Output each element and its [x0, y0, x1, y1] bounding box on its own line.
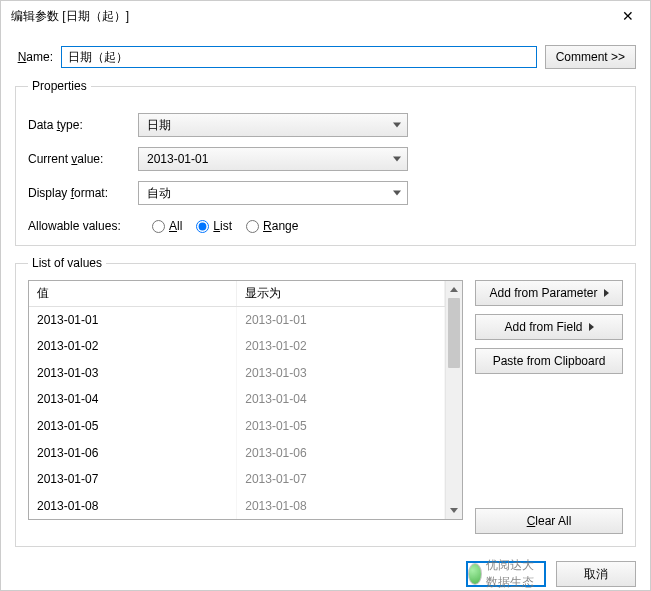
data-type-value: 日期 [147, 117, 171, 134]
radio-all[interactable]: All [152, 219, 182, 233]
cell-value[interactable]: 2013-01-08 [29, 492, 237, 519]
cell-value[interactable]: 2013-01-05 [29, 413, 237, 440]
chevron-down-icon [450, 508, 458, 513]
current-value-label: Current value: [28, 152, 138, 166]
table-row[interactable]: 2013-01-032013-01-03 [29, 360, 445, 387]
cell-display[interactable]: 2013-01-08 [237, 492, 445, 519]
name-input[interactable] [61, 46, 537, 68]
scroll-down-button[interactable] [446, 502, 462, 519]
add-from-parameter-button[interactable]: Add from Parameter [475, 280, 623, 306]
cell-display[interactable]: 2013-01-02 [237, 333, 445, 360]
cell-value[interactable]: 2013-01-01 [29, 307, 237, 334]
add-from-field-button[interactable]: Add from Field [475, 314, 623, 340]
values-table-wrap: 值 显示为 2013-01-012013-01-012013-01-022013… [28, 280, 463, 520]
watermark-avatar-icon [468, 563, 482, 585]
radio-all-input[interactable] [152, 220, 165, 233]
allowable-values-label: Allowable values: [28, 219, 138, 233]
cell-value[interactable]: 2013-01-02 [29, 333, 237, 360]
col-value-header[interactable]: 值 [29, 281, 237, 307]
chevron-right-icon [604, 289, 609, 297]
scroll-thumb[interactable] [448, 298, 460, 368]
current-value-value: 2013-01-01 [147, 152, 208, 166]
chevron-down-icon [393, 157, 401, 162]
cell-display[interactable]: 2013-01-03 [237, 360, 445, 387]
properties-group: Properties Data type: 日期 Current value: … [15, 79, 636, 246]
table-row[interactable]: 2013-01-012013-01-01 [29, 307, 445, 334]
cell-value[interactable]: 2013-01-07 [29, 466, 237, 493]
cell-display[interactable]: 2013-01-05 [237, 413, 445, 440]
col-display-header[interactable]: 显示为 [237, 281, 445, 307]
chevron-down-icon [393, 191, 401, 196]
comment-button[interactable]: Comment >> [545, 45, 636, 69]
name-label: Name: [15, 50, 53, 64]
table-row[interactable]: 2013-01-072013-01-07 [29, 466, 445, 493]
title-bar: 编辑参数 [日期（起）] ✕ [1, 1, 650, 31]
values-table: 值 显示为 2013-01-012013-01-012013-01-022013… [29, 281, 445, 519]
list-of-values-group: List of values 值 显示为 2013-01-012013-01-0… [15, 256, 636, 547]
chevron-right-icon [589, 323, 594, 331]
cell-value[interactable]: 2013-01-06 [29, 439, 237, 466]
ok-button[interactable]: 优阅达大数据生态 [466, 561, 546, 587]
data-type-dropdown[interactable]: 日期 [138, 113, 408, 137]
display-format-value: 自动 [147, 185, 171, 202]
paste-from-clipboard-button[interactable]: Paste from Clipboard [475, 348, 623, 374]
cancel-button[interactable]: 取消 [556, 561, 636, 587]
cell-display[interactable]: 2013-01-01 [237, 307, 445, 334]
cell-value[interactable]: 2013-01-03 [29, 360, 237, 387]
table-scrollbar[interactable] [445, 281, 462, 519]
table-row[interactable]: 2013-01-052013-01-05 [29, 413, 445, 440]
close-icon: ✕ [622, 8, 634, 24]
watermark-text: 优阅达大数据生态 [486, 557, 544, 591]
scroll-track[interactable] [446, 298, 462, 502]
scroll-up-button[interactable] [446, 281, 462, 298]
radio-range[interactable]: Range [246, 219, 298, 233]
chevron-down-icon [393, 123, 401, 128]
cell-display[interactable]: 2013-01-04 [237, 386, 445, 413]
cell-display[interactable]: 2013-01-06 [237, 439, 445, 466]
cell-display[interactable]: 2013-01-07 [237, 466, 445, 493]
window-title: 编辑参数 [日期（起）] [11, 8, 129, 25]
clear-all-button[interactable]: Clear All [475, 508, 623, 534]
radio-list[interactable]: List [196, 219, 232, 233]
chevron-up-icon [450, 287, 458, 292]
properties-legend: Properties [28, 79, 91, 93]
close-button[interactable]: ✕ [605, 1, 650, 31]
current-value-dropdown[interactable]: 2013-01-01 [138, 147, 408, 171]
display-format-label: Display format: [28, 186, 138, 200]
data-type-label: Data type: [28, 118, 138, 132]
watermark: 优阅达大数据生态 [468, 557, 544, 591]
table-row[interactable]: 2013-01-062013-01-06 [29, 439, 445, 466]
table-row[interactable]: 2013-01-042013-01-04 [29, 386, 445, 413]
table-row[interactable]: 2013-01-022013-01-02 [29, 333, 445, 360]
radio-range-input[interactable] [246, 220, 259, 233]
dialog-footer: 优阅达大数据生态 取消 [1, 557, 650, 591]
display-format-dropdown[interactable]: 自动 [138, 181, 408, 205]
cell-value[interactable]: 2013-01-04 [29, 386, 237, 413]
list-of-values-legend: List of values [28, 256, 106, 270]
radio-list-input[interactable] [196, 220, 209, 233]
table-row[interactable]: 2013-01-082013-01-08 [29, 492, 445, 519]
edit-parameter-window: 编辑参数 [日期（起）] ✕ Name: Comment >> Properti… [0, 0, 651, 591]
